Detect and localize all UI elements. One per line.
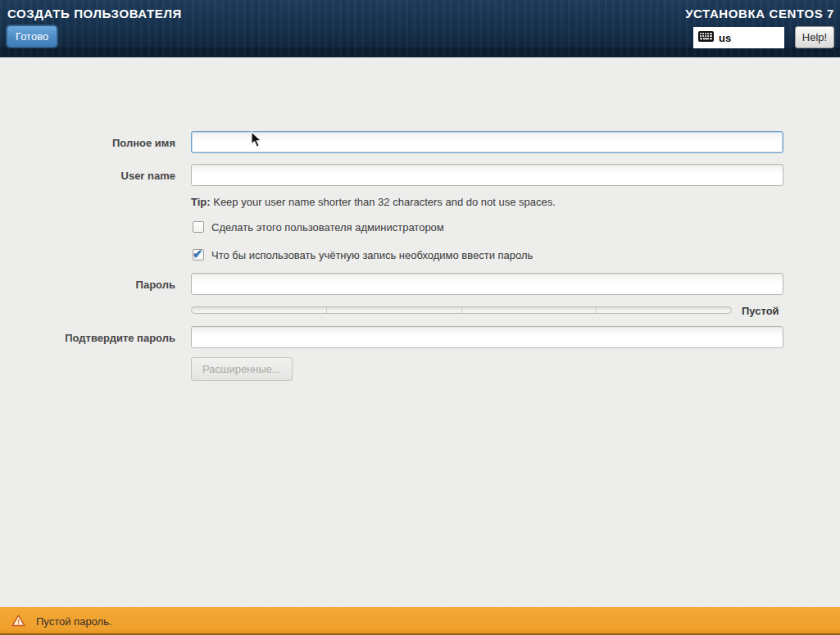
require-password-checkbox-label[interactable]: Что бы использовать учётную запись необх… (211, 249, 533, 261)
done-button[interactable]: Готово (7, 25, 57, 48)
keyboard-layout-label: us (719, 32, 731, 44)
strength-segment (192, 307, 327, 313)
svg-text:!: ! (17, 617, 20, 626)
password-strength-meter (191, 306, 732, 314)
username-label: User name (0, 170, 175, 182)
require-password-checkbox[interactable] (193, 249, 204, 261)
mouse-cursor (251, 131, 263, 152)
warning-statusbar: ! Пустой пароль. (0, 607, 840, 635)
confirm-password-label: Подтвердите пароль (0, 332, 175, 344)
confirm-password-input[interactable] (191, 326, 783, 348)
advanced-button[interactable]: Расширенные... (191, 357, 293, 381)
tip-text: Keep your user name shorter than 32 char… (211, 196, 556, 208)
username-tip: Tip: Keep your user name shorter than 32… (191, 196, 556, 208)
create-user-form: Полное имя User name Tip: Keep your user… (0, 57, 840, 607)
strength-segment (597, 307, 731, 313)
page-title: СОЗДАТЬ ПОЛЬЗОВАТЕЛЯ (7, 7, 182, 20)
status-message: Пустой пароль. (36, 615, 112, 628)
header-bar: СОЗДАТЬ ПОЛЬЗОВАТЕЛЯ УСТАНОВКА CENTOS 7 … (0, 0, 840, 57)
help-button[interactable]: Help! (795, 26, 834, 48)
strength-segment (462, 307, 597, 313)
tip-prefix: Tip: (191, 196, 211, 208)
strength-segment (327, 307, 462, 313)
username-input[interactable] (191, 164, 783, 186)
fullname-input[interactable] (191, 131, 783, 153)
fullname-label: Полное имя (0, 137, 175, 149)
warning-icon: ! (11, 615, 25, 630)
product-title: УСТАНОВКА CENTOS 7 (685, 7, 834, 20)
password-input[interactable] (191, 273, 783, 295)
password-strength-label: Пустой (742, 305, 779, 317)
keyboard-icon (698, 30, 714, 45)
admin-checkbox-label[interactable]: Сделать этого пользователя администратор… (211, 221, 444, 234)
keyboard-layout-indicator[interactable]: us (693, 27, 784, 48)
admin-checkbox[interactable] (193, 221, 204, 233)
password-label: Пароль (0, 279, 175, 291)
